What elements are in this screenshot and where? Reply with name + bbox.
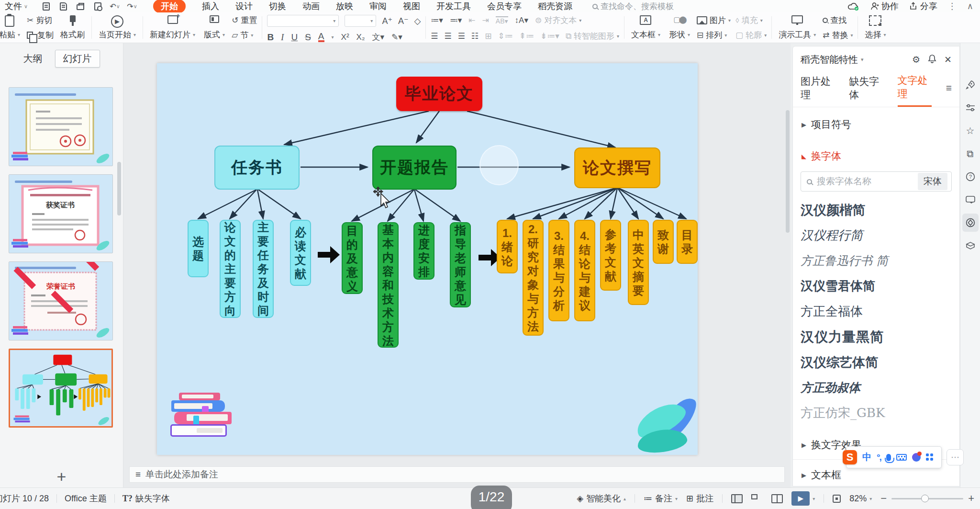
mindmap-leaf[interactable]: 致谢 xyxy=(653,220,674,264)
magic-star-icon[interactable]: ☆ xyxy=(962,122,979,140)
missing-font-status[interactable]: T? 缺失字体 xyxy=(122,493,170,504)
font-option[interactable]: 汉仪颜楷简 xyxy=(801,197,957,223)
mic-icon[interactable] xyxy=(886,454,891,461)
subscript-button[interactable]: X₂ xyxy=(356,33,365,42)
tab-missing-fonts[interactable]: 缺失字体 xyxy=(849,75,883,106)
cloud-sync-icon[interactable] xyxy=(847,1,860,11)
notes-button[interactable]: ≔备注▾ xyxy=(644,493,678,504)
collaborate-button[interactable]: 协作 xyxy=(870,0,899,12)
bold-button[interactable]: B xyxy=(267,32,274,43)
smart-features-icon[interactable] xyxy=(962,214,979,232)
mindmap-leaf[interactable]: 主要任务及时间 xyxy=(253,220,274,318)
add-slide-button[interactable]: + xyxy=(0,468,123,485)
play-slideshow-button[interactable]: ▶▾ xyxy=(791,491,815,506)
to-smartart-button[interactable]: ⧉转智能图形▾ xyxy=(566,31,619,42)
mindmap-node-writing[interactable]: 论文撰写 xyxy=(574,147,660,188)
bell-icon[interactable] xyxy=(928,54,936,66)
more-menu-icon[interactable]: ⋮ xyxy=(948,1,957,11)
highlighter-icon[interactable]: ✎▾ xyxy=(391,32,402,42)
ime-punctuation-toggle[interactable]: °, xyxy=(877,452,881,463)
slide-thumbnail-2[interactable]: 获奖证书 xyxy=(9,174,113,253)
duplicate-icon[interactable]: ⧉ xyxy=(962,145,979,163)
tab-design[interactable]: 设计 xyxy=(235,0,253,12)
sogou-logo[interactable]: S xyxy=(843,450,857,464)
new-slide-button[interactable]: 新建幻灯片▾ xyxy=(148,14,197,41)
panel-title[interactable]: 稻壳智能特性▾ xyxy=(801,53,864,66)
arrange-button[interactable]: ⊟排列▾ xyxy=(697,30,731,41)
font-option[interactable]: 方正仿宋_GBK xyxy=(801,400,957,426)
section-bullets[interactable]: ▶ 项目符号 xyxy=(793,107,959,135)
share-button[interactable]: 分享 xyxy=(909,0,937,12)
zoom-in-icon[interactable]: + xyxy=(968,492,974,505)
font-search-input[interactable] xyxy=(817,176,913,187)
slide-thumbnail-3[interactable]: 荣誉证书 xyxy=(9,261,113,340)
font-search-box[interactable]: 宋体 xyxy=(801,171,952,192)
collapse-ribbon-icon[interactable]: ∧ xyxy=(967,1,973,11)
underline-button[interactable]: U xyxy=(291,32,298,43)
sliders-icon[interactable] xyxy=(962,99,979,117)
tab-home[interactable]: 开始 xyxy=(153,0,186,13)
layout-button[interactable]: 版式▾ xyxy=(202,14,227,41)
font-size-select[interactable]: ▾ xyxy=(345,15,376,27)
find-button[interactable]: 查找 xyxy=(823,15,853,26)
align-text-button[interactable]: ⊜对齐文本▾ xyxy=(535,15,581,26)
undo-icon[interactable]: ↶∨ xyxy=(110,1,120,11)
ime-skin-icon[interactable] xyxy=(912,453,921,462)
font-filter-chip[interactable]: 宋体 xyxy=(918,173,947,190)
zoom-slider-knob[interactable] xyxy=(921,495,929,502)
distribute-button[interactable]: ⊞ xyxy=(485,31,491,41)
mindmap-leaf[interactable]: 选题 xyxy=(188,220,209,277)
picture-button[interactable]: 图片▾ xyxy=(697,15,731,26)
char-border-button[interactable]: AB▾ xyxy=(496,16,508,25)
tab-insert[interactable]: 插入 xyxy=(202,0,219,12)
smart-beautify-button[interactable]: ◈ 智能美化 ▴ xyxy=(577,493,626,504)
print-icon[interactable] xyxy=(76,1,85,11)
new-doc-icon[interactable] xyxy=(41,1,51,11)
zoom-slider-track[interactable] xyxy=(891,498,963,499)
clear-format-icon[interactable]: ◇ xyxy=(414,16,421,26)
mindmap-node-proposal[interactable]: 开题报告 xyxy=(372,146,457,190)
para-after-button[interactable]: ⇟≔▾ xyxy=(540,31,559,41)
help-icon[interactable]: ? xyxy=(962,168,979,186)
ime-toolbox-icon[interactable] xyxy=(926,453,934,461)
outline-button[interactable]: ▢轮廓▾ xyxy=(735,30,767,41)
redo-icon[interactable]: ↷∨ xyxy=(127,1,137,11)
shapes-button[interactable]: ▢⬤ 形状▾ xyxy=(667,14,692,41)
zoom-slider[interactable]: − + xyxy=(880,492,974,505)
textbox-button[interactable]: A 文本框▾ xyxy=(629,14,662,41)
bullet-list-button[interactable]: ≔▾ xyxy=(431,15,443,25)
export-icon[interactable] xyxy=(58,1,68,11)
font-name-select[interactable]: ▾ xyxy=(267,15,339,27)
select-button[interactable]: 选择▾ xyxy=(863,14,888,41)
align-center-button[interactable]: ☰ xyxy=(445,31,452,41)
font-option[interactable]: 方正劲叔体 xyxy=(801,375,957,400)
tab-review[interactable]: 审阅 xyxy=(369,0,387,12)
text-direction-button[interactable]: ↕A▾ xyxy=(515,15,528,25)
slide-editor[interactable]: 毕业论文 任务书 开题报告 论文撰写 选题 论文的主要方向 主要任务及时间 必读… xyxy=(157,63,698,455)
line-spacing-button[interactable]: ⇕≔ xyxy=(498,31,513,41)
fill-button[interactable]: ⬨填充▾ xyxy=(735,15,767,26)
mindmap-leaf[interactable]: 基本内容和技术方法 xyxy=(378,222,399,348)
decrease-font-button[interactable]: A⁻ xyxy=(398,16,409,26)
mindmap-leaf[interactable]: 必读文献 xyxy=(290,220,311,286)
notes-bar[interactable]: ≡ 单击此处添加备注 xyxy=(129,466,785,483)
stamp-hand-icon[interactable] xyxy=(962,191,979,209)
decrease-indent-button[interactable]: ⇤ xyxy=(468,15,475,25)
font-color-button[interactable]: A xyxy=(318,32,324,42)
font-option[interactable]: 汉仪综艺体简 xyxy=(801,350,957,375)
tab-member[interactable]: 会员专享 xyxy=(487,0,522,12)
tab-slideshow[interactable]: 放映 xyxy=(336,0,353,12)
pinyin-guide-button[interactable]: 文▾ xyxy=(372,32,385,43)
mindmap-leaf[interactable]: 目的及意义 xyxy=(342,222,363,294)
section-button[interactable]: ▱节▾ xyxy=(232,30,257,41)
font-option[interactable]: 汉仪程行简 xyxy=(801,223,957,248)
font-option[interactable]: 汉仪雪君体简 xyxy=(801,273,957,299)
mindmap-leaf[interactable]: 1.绪论 xyxy=(497,220,518,273)
tab-slides[interactable]: 幻灯片 xyxy=(55,50,100,68)
tab-text-processing[interactable]: 文字处理 xyxy=(898,74,932,107)
align-right-button[interactable]: ☰ xyxy=(458,31,465,41)
numbered-list-button[interactable]: ≕▾ xyxy=(450,15,462,25)
file-menu[interactable]: 文件 ∨ xyxy=(5,0,28,12)
tab-outline[interactable]: 大纲 xyxy=(23,52,43,65)
comments-button[interactable]: ⊞批注 xyxy=(686,493,713,504)
